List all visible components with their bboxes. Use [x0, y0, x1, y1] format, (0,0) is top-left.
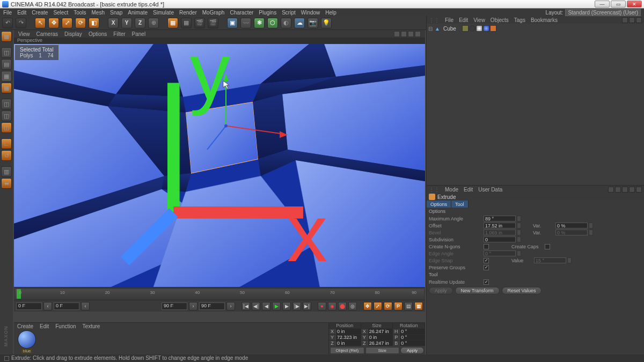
attr-menu-mode[interactable]: Mode	[445, 187, 458, 193]
snap-toggle[interactable]: ⬌	[1, 178, 12, 189]
vp-rotate-icon[interactable]	[408, 31, 414, 37]
vp-menu-display[interactable]: Display	[64, 31, 82, 37]
timeline[interactable]: 0 10 20 30 40 50 60 70 80 90	[14, 287, 425, 300]
render-pv[interactable]: 🎬	[194, 18, 205, 28]
keyframe-sel[interactable]: ⬤	[338, 302, 347, 311]
layout-selector[interactable]: Standard (Screencast) (User)	[565, 9, 641, 16]
menu-file[interactable]: File	[3, 10, 12, 16]
recent-tool[interactable]: ◧	[89, 18, 99, 28]
make-editable[interactable]: ▦	[1, 31, 12, 42]
material-name[interactable]: blue	[21, 349, 32, 353]
realtime-check[interactable]: ✓	[484, 279, 489, 285]
mat-menu-texture[interactable]: Texture	[83, 323, 100, 329]
vp-menu-options[interactable]: Options	[89, 31, 107, 37]
environment-icon[interactable]: ☁	[294, 18, 305, 28]
max-angle-field[interactable]: 89 °	[484, 216, 516, 221]
visibility-tag[interactable]	[462, 25, 469, 32]
camera-icon[interactable]: 📷	[308, 18, 318, 28]
range-start[interactable]: 0 F	[16, 302, 42, 310]
rot-b[interactable]: 0 °	[399, 341, 425, 346]
redo-button[interactable]: ↷	[16, 18, 26, 28]
menu-simulate[interactable]: Simulate	[153, 10, 174, 16]
z-axis-lock[interactable]: Z	[135, 18, 145, 28]
range-end-spin[interactable]: ›	[189, 302, 197, 311]
phong-tag[interactable]	[476, 25, 482, 32]
size-mode[interactable]: Size	[365, 347, 400, 354]
material-swatch[interactable]: blue	[16, 330, 38, 353]
menu-help[interactable]: Help	[325, 10, 336, 16]
key-scale[interactable]: ⤢	[374, 302, 382, 311]
menu-create[interactable]: Create	[32, 10, 48, 16]
y-axis-lock[interactable]: Y	[121, 18, 132, 28]
key-pla[interactable]: ▤	[404, 302, 413, 311]
attr-back-icon[interactable]	[608, 187, 614, 193]
point-mode[interactable]: ◫	[1, 99, 12, 109]
menu-plugins[interactable]: Plugins	[259, 10, 276, 16]
attr-lock-icon[interactable]	[629, 187, 635, 193]
ngons-check[interactable]	[484, 244, 489, 249]
attr-fwd-icon[interactable]	[615, 187, 621, 193]
minimize-button[interactable]: —	[595, 1, 610, 8]
caps-check[interactable]	[545, 244, 550, 249]
vp-menu-filter[interactable]: Filter	[113, 31, 125, 37]
obj-menu-tags[interactable]: Tags	[514, 17, 525, 23]
menu-select[interactable]: Select	[53, 10, 68, 16]
attr-menu-userdata[interactable]: User Data	[478, 187, 502, 193]
pos-x[interactable]: 0 in	[335, 329, 361, 334]
light-icon[interactable]: 💡	[321, 18, 332, 28]
attr-up-icon[interactable]	[622, 187, 628, 193]
obj-layout-icon[interactable]	[636, 17, 642, 23]
vp-maximize-icon[interactable]	[415, 31, 421, 37]
next-frame[interactable]: ▶	[282, 302, 291, 311]
mat-menu-function[interactable]: Function	[55, 323, 76, 329]
primitive-cube[interactable]: ▣	[227, 18, 238, 28]
menu-character[interactable]: Character	[230, 10, 253, 16]
goto-prevkey[interactable]: ◀|	[252, 302, 260, 311]
mat-menu-edit[interactable]: Edit	[40, 323, 49, 329]
tool-new-transform[interactable]: New Transform	[455, 287, 500, 294]
key-pos[interactable]: ✥	[363, 302, 372, 311]
coord-system[interactable]: ⊕	[148, 18, 159, 28]
frame-spin[interactable]: ‹	[81, 302, 90, 311]
select-tool[interactable]: ↖	[35, 18, 46, 28]
tool-apply[interactable]: Apply	[429, 287, 453, 294]
tab-options[interactable]: Options	[427, 201, 451, 208]
offset-var[interactable]: 0 %	[555, 223, 588, 228]
menu-render[interactable]: Render	[179, 10, 197, 16]
tweak-mode[interactable]: ↺	[1, 150, 12, 161]
menu-animate[interactable]: Animate	[128, 10, 148, 16]
obj-menu-file[interactable]: File	[445, 17, 453, 23]
obj-menu-edit[interactable]: Edit	[459, 17, 468, 23]
rot-p[interactable]: 0 °	[399, 335, 425, 340]
undo-button[interactable]: ↶	[2, 18, 13, 28]
texture-mode[interactable]: ▤	[1, 59, 12, 70]
uv-point-mode[interactable]: ▦	[1, 83, 12, 93]
key-rot[interactable]: ⟳	[384, 302, 392, 311]
menu-tools[interactable]: Tools	[74, 10, 86, 16]
proj-end-spin[interactable]: ›	[226, 302, 235, 311]
range-start-spin[interactable]: ‹	[43, 302, 52, 311]
attr-menu-edit[interactable]: Edit	[464, 187, 473, 193]
edge-mode[interactable]: ◫	[1, 110, 12, 121]
coord-apply[interactable]: Apply	[400, 347, 424, 354]
record-key[interactable]: ●	[318, 302, 326, 311]
scale-tool[interactable]: ⤢	[62, 18, 72, 28]
layer-dot[interactable]	[469, 25, 475, 32]
size-z[interactable]: 26.247 in	[368, 341, 393, 346]
vp-menu-view[interactable]: View	[18, 31, 30, 37]
pos-z[interactable]: 0 in	[335, 341, 361, 346]
polygon-mode[interactable]: ◫	[1, 122, 12, 133]
spline-pen[interactable]: 〰	[240, 18, 251, 28]
close-button[interactable]: ✕	[627, 1, 642, 8]
vp-nav-icon[interactable]	[394, 31, 400, 37]
menu-mograph[interactable]: MoGraph	[202, 10, 225, 16]
key-param[interactable]: P	[394, 302, 402, 311]
coord-mode[interactable]: Object (Rel)	[330, 347, 364, 354]
attr-new-icon[interactable]	[636, 187, 642, 193]
vp-menu-cameras[interactable]: Cameras	[36, 31, 58, 37]
rotate-tool[interactable]: ⟳	[75, 18, 86, 28]
prev-frame[interactable]: ◀	[262, 302, 270, 311]
viewport-3d[interactable]: Selected Total Polys174 y x	[14, 44, 425, 287]
object-tree[interactable]: ⊟ ▲ Cube	[427, 24, 644, 185]
deformer-icon[interactable]: ◐	[281, 18, 291, 28]
